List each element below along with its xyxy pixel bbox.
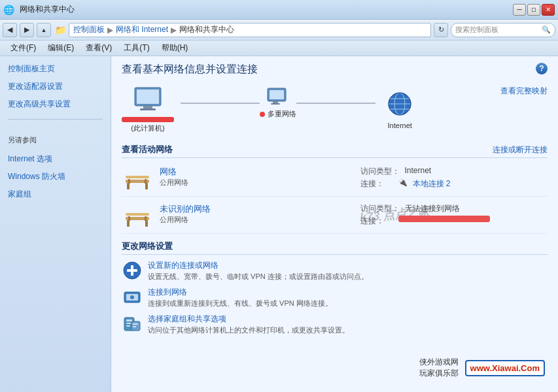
xiawai-watermark: 侠外游戏网 玩家俱乐部 www.Xiawai.Com	[419, 357, 545, 379]
network-card-1: 网络 公用网络 访问类型： Internet 连接： 🔌 本地连接 2	[122, 162, 548, 197]
svg-rect-17	[145, 183, 148, 189]
internet-label: Internet	[388, 122, 412, 129]
svg-rect-6	[273, 101, 278, 103]
connect-disconnect-link[interactable]: 连接或断开连接	[493, 144, 548, 155]
also-see-title: 另请参阅	[8, 135, 103, 145]
network1-access-label: 访问类型：	[360, 166, 400, 177]
breadcrumb-root[interactable]: 控制面板	[73, 24, 105, 35]
menu-view[interactable]: 查看(V)	[80, 41, 117, 55]
network-conn-icon: 🔌	[398, 178, 408, 189]
menu-edit[interactable]: 编辑(E)	[43, 41, 79, 55]
svg-rect-36	[131, 321, 140, 331]
svg-rect-7	[271, 103, 280, 105]
sidebar-item-homegroup[interactable]: 家庭组	[8, 188, 103, 201]
content-area: ? 查看基本网络信息并设置连接 查看完整映射	[111, 56, 558, 392]
network1-type: 公用网络	[160, 178, 347, 188]
breadcrumb-level2: 网络和共享中心	[179, 24, 234, 35]
settings2-desc: 连接到或重新连接到无线、有线、拨号或 VPN 网络连接。	[148, 299, 332, 308]
svg-rect-3	[140, 108, 156, 110]
settings-item-2: 连接到网络 连接到或重新连接到无线、有线、拨号或 VPN 网络连接。	[122, 287, 548, 308]
svg-rect-38	[133, 326, 136, 327]
maximize-button[interactable]: □	[527, 4, 540, 16]
network1-access-row: 访问类型： Internet	[360, 166, 548, 177]
search-placeholder-text: 搜索控制面板	[455, 25, 498, 35]
svg-rect-37	[133, 323, 138, 325]
settings1-link[interactable]: 设置新的连接或网络	[148, 261, 218, 270]
svg-rect-15	[126, 176, 149, 178]
network2-details: 访问类型： 无法连接到网络 连接：	[347, 203, 548, 227]
menu-tools[interactable]: 工具(T)	[118, 41, 154, 55]
minimize-button[interactable]: ─	[513, 4, 526, 16]
computer-label: (此计算机)	[122, 117, 174, 133]
settings2-icon	[122, 287, 143, 308]
back-button[interactable]: ◀	[3, 23, 17, 37]
search-icon: 🔍	[542, 25, 551, 34]
svg-rect-16	[127, 183, 130, 189]
network1-conn-row: 连接： 🔌 本地连接 2	[360, 178, 548, 189]
view-full-map-link[interactable]: 查看完整映射	[500, 86, 548, 97]
settings2-link[interactable]: 连接到网络	[148, 287, 187, 297]
sidebar-item-home[interactable]: 控制面板主页	[8, 63, 103, 75]
breadcrumb-sep1: ▶	[107, 25, 113, 35]
breadcrumb-level1[interactable]: 网络和 Internet	[116, 24, 168, 35]
breadcrumb: 控制面板 ▶ 网络和 Internet ▶ 网络和共享中心	[69, 23, 431, 37]
network-card-2: 未识别的网络 公用网络 访问类型： 无法连接到网络 连接：	[122, 199, 548, 234]
computer-node: (此计算机)	[122, 86, 174, 133]
window-controls: ─ □ ✕	[513, 4, 555, 16]
sidebar-divider	[8, 119, 103, 120]
svg-point-31	[130, 295, 134, 299]
svg-rect-23	[145, 220, 148, 227]
network2-access-label: 访问类型：	[360, 203, 400, 214]
network2-conn-label: 连接：	[360, 216, 393, 227]
globe-icon	[382, 90, 417, 119]
settings1-desc: 设置无线、宽带、拨号、临时或 VPN 连接；或设置路由器或访问点。	[148, 272, 368, 282]
sidebar-item-internet-options[interactable]: Internet 选项	[8, 153, 103, 165]
menu-help[interactable]: 帮助(H)	[156, 41, 194, 55]
search-bar[interactable]: 搜索控制面板 🔍	[451, 23, 555, 37]
main-layout: 控制面板主页 更改适配器设置 更改高级共享设置 另请参阅 Internet 选项…	[0, 56, 558, 392]
sidebar: 控制面板主页 更改适配器设置 更改高级共享设置 另请参阅 Internet 选项…	[0, 56, 111, 392]
address-bar: ◀ ▶ ▲ 📁 控制面板 ▶ 网络和 Internet ▶ 网络和共享中心 ↻ …	[0, 20, 558, 41]
network2-name[interactable]: 未识别的网络	[160, 203, 347, 215]
help-icon[interactable]: ?	[536, 63, 548, 74]
settings-section-title: 更改网络设置	[122, 240, 548, 255]
menu-file[interactable]: 文件(F)	[5, 41, 41, 55]
watermark-url: www.Xiawai.Com	[470, 363, 540, 373]
refresh-button[interactable]: ↻	[434, 23, 448, 37]
active-networks-title: 查看活动网络	[122, 144, 173, 155]
forward-button[interactable]: ▶	[20, 23, 34, 37]
network1-conn-label: 连接：	[360, 178, 393, 189]
settings-item-3: 选择家庭组和共享选项 访问位于其他网络计算机上的文件和打印机，或更改共享设置。	[122, 314, 548, 335]
svg-rect-22	[127, 220, 130, 227]
network2-info: 未识别的网络 公用网络	[160, 203, 347, 225]
site1-label: 侠外游戏网	[419, 357, 459, 368]
computer-icon	[130, 86, 166, 114]
page-title: 查看基本网络信息并设置连接	[122, 63, 548, 76]
window-title: 网络和共享中心	[20, 4, 75, 15]
internet-node: Internet	[382, 90, 417, 129]
network1-name[interactable]: 网络	[160, 166, 347, 178]
active-networks-header: 查看活动网络 连接或断开连接	[122, 144, 548, 158]
up-button[interactable]: ▲	[37, 23, 51, 37]
svg-rect-33	[126, 319, 132, 321]
network1-conn-value[interactable]: 本地连接 2	[413, 178, 451, 189]
multi-network-node: 多重网络	[260, 87, 296, 119]
network1-details: 访问类型： Internet 连接： 🔌 本地连接 2	[347, 166, 548, 189]
settings3-icon	[122, 314, 143, 335]
svg-rect-5	[270, 90, 284, 99]
dot-red-icon	[260, 112, 265, 117]
settings3-desc: 访问位于其他网络计算机上的文件和打印机，或更改共享设置。	[148, 325, 349, 335]
settings-section: 更改网络设置 设置新的连接或网络 设置无线、宽带、拨号、临时或 VPN 连接；或…	[122, 240, 548, 335]
close-button[interactable]: ✕	[542, 4, 555, 16]
title-bar: 🌐 网络和共享中心 ─ □ ✕	[0, 0, 558, 20]
network-diagram: 查看完整映射 (此计算机)	[122, 86, 548, 133]
settings-item-1: 设置新的连接或网络 设置无线、宽带、拨号、临时或 VPN 连接；或设置路由器或访…	[122, 260, 548, 282]
sidebar-item-sharing[interactable]: 更改高级共享设置	[8, 98, 103, 110]
svg-rect-1	[137, 90, 159, 104]
network2-conn-redbar	[398, 216, 490, 222]
sidebar-item-firewall[interactable]: Windows 防火墙	[8, 171, 103, 183]
sidebar-item-adapter[interactable]: 更改适配器设置	[8, 80, 103, 93]
network2-type: 公用网络	[160, 215, 347, 225]
settings3-link[interactable]: 选择家庭组和共享选项	[148, 314, 226, 323]
network1-info: 网络 公用网络	[160, 166, 347, 188]
